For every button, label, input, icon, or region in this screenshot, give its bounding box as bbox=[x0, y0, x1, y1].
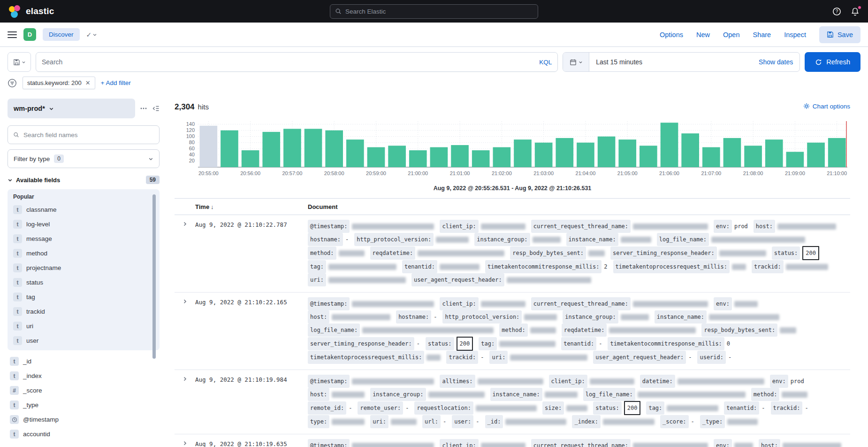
field-list-item[interactable]: tlog-level bbox=[11, 217, 156, 231]
histogram-bar[interactable] bbox=[640, 146, 657, 167]
expand-row-button[interactable] bbox=[175, 297, 195, 364]
global-search[interactable] bbox=[330, 4, 538, 19]
histogram-bar[interactable] bbox=[556, 138, 573, 167]
histogram-bar[interactable] bbox=[577, 143, 594, 167]
options-link[interactable]: Options bbox=[660, 31, 683, 39]
svg-text:21:05:00: 21:05:00 bbox=[617, 170, 638, 176]
histogram-bar[interactable] bbox=[828, 138, 846, 167]
expand-row-button[interactable] bbox=[175, 439, 195, 447]
histogram-bar[interactable] bbox=[200, 126, 218, 167]
field-list-item[interactable]: tprojectname bbox=[11, 261, 156, 275]
field-name: uri bbox=[26, 323, 33, 330]
field-list-item[interactable]: t_index bbox=[8, 369, 160, 383]
open-link[interactable]: Open bbox=[723, 31, 739, 39]
saved-query-menu-button[interactable] bbox=[8, 52, 31, 72]
histogram-bar[interactable] bbox=[493, 147, 511, 167]
field-list-item[interactable]: turi bbox=[11, 319, 156, 333]
chart-options-button[interactable]: Chart options bbox=[803, 103, 850, 110]
field-list-item[interactable]: tclassname bbox=[11, 202, 156, 217]
breadcrumb-discover[interactable]: Discover bbox=[43, 28, 80, 41]
histogram-bar[interactable] bbox=[430, 147, 448, 167]
histogram-bar[interactable] bbox=[472, 150, 490, 167]
elastic-logo[interactable]: elastic bbox=[8, 5, 54, 18]
histogram-bar[interactable] bbox=[765, 139, 783, 167]
inspect-link[interactable]: Inspect bbox=[784, 31, 806, 39]
sidebar-scrollbar[interactable] bbox=[152, 194, 156, 359]
filter-menu-icon[interactable] bbox=[8, 78, 17, 88]
space-avatar[interactable]: D bbox=[23, 28, 36, 41]
doc-table-header: Time↓ Document bbox=[175, 198, 850, 215]
histogram-bar[interactable] bbox=[367, 147, 385, 167]
sort-desc-icon[interactable]: ↓ bbox=[211, 203, 214, 210]
expand-row-button[interactable] bbox=[175, 220, 195, 286]
histogram-bar[interactable] bbox=[681, 133, 699, 167]
field-list-item[interactable]: taccountid bbox=[8, 427, 160, 441]
doc-field-value: - bbox=[480, 351, 484, 363]
query-bar: KQL Last 15 minutes Show dates Refresh bbox=[0, 47, 868, 75]
histogram-bar[interactable] bbox=[744, 146, 762, 167]
boxes-horizontal-icon[interactable] bbox=[140, 105, 147, 112]
date-quick-menu-button[interactable] bbox=[563, 53, 589, 71]
add-filter-button[interactable]: + Add filter bbox=[101, 79, 131, 86]
redacted-value bbox=[667, 405, 718, 411]
saved-search-menu[interactable]: ✓ bbox=[86, 31, 98, 39]
histogram-bar[interactable] bbox=[346, 139, 364, 167]
show-dates-button[interactable]: Show dates bbox=[759, 58, 799, 66]
kql-toggle[interactable]: KQL bbox=[534, 59, 552, 66]
menu-icon[interactable] bbox=[8, 31, 17, 38]
histogram-bar[interactable] bbox=[283, 129, 301, 167]
histogram-bar[interactable] bbox=[388, 146, 406, 167]
histogram-bar[interactable] bbox=[598, 137, 616, 167]
field-search-input[interactable] bbox=[23, 131, 154, 139]
doc-field: current_request_thread_name: bbox=[531, 220, 708, 233]
field-list-item[interactable]: tmessage bbox=[11, 231, 156, 246]
histogram-bar[interactable] bbox=[262, 132, 280, 167]
help-icon[interactable]: ? bbox=[832, 7, 841, 16]
expand-row-button[interactable] bbox=[175, 375, 195, 428]
histogram-bar[interactable] bbox=[618, 139, 636, 167]
query-input[interactable] bbox=[42, 58, 534, 66]
new-link[interactable]: New bbox=[696, 31, 710, 39]
field-list-item[interactable]: tuser bbox=[11, 333, 156, 348]
field-name: message bbox=[26, 235, 52, 242]
field-list-item[interactable]: ttrackid bbox=[11, 304, 156, 319]
field-list-item[interactable]: ttag bbox=[11, 290, 156, 304]
histogram-bar[interactable] bbox=[661, 123, 678, 167]
save-button[interactable]: Save bbox=[819, 26, 860, 43]
histogram-svg[interactable]: 2040608010012014020:55:0020:56:0020:57:0… bbox=[175, 116, 850, 183]
histogram-bar[interactable] bbox=[325, 131, 343, 167]
histogram-bar[interactable] bbox=[723, 138, 741, 167]
histogram-bar[interactable] bbox=[807, 143, 825, 167]
field-list-item[interactable]: t_type bbox=[8, 398, 160, 412]
field-list-item[interactable]: #_score bbox=[8, 383, 160, 398]
collapse-sidebar-icon[interactable] bbox=[152, 105, 160, 112]
filter-by-type-button[interactable]: Filter by type 0 bbox=[8, 149, 160, 168]
field-list-item[interactable]: tmethod bbox=[11, 246, 156, 261]
time-column-header[interactable]: Time↓ bbox=[195, 203, 308, 210]
row-document: @timestamp:alltimes:client_ip:datetime:e… bbox=[308, 375, 850, 428]
field-list-item[interactable]: @timestamp bbox=[8, 412, 160, 427]
notifications-icon[interactable] bbox=[851, 7, 860, 16]
share-link[interactable]: Share bbox=[753, 31, 771, 39]
histogram-bar[interactable] bbox=[514, 139, 532, 167]
highlighted-value: 200 bbox=[624, 401, 641, 415]
histogram-bar[interactable] bbox=[702, 147, 720, 167]
histogram-bar[interactable] bbox=[409, 150, 427, 167]
histogram-bar[interactable] bbox=[305, 129, 322, 167]
histogram-bar[interactable] bbox=[786, 152, 804, 167]
histogram-bar[interactable] bbox=[451, 145, 469, 167]
histogram-bar[interactable] bbox=[242, 150, 259, 167]
field-list-item[interactable]: tstatus bbox=[11, 275, 156, 290]
global-search-input[interactable] bbox=[345, 8, 533, 15]
popular-label: Popular bbox=[13, 193, 156, 200]
filter-pill-status[interactable]: status.keyword: 200 ✕ bbox=[23, 77, 95, 89]
field-list-item[interactable]: t_id bbox=[8, 354, 160, 369]
histogram-bar[interactable] bbox=[221, 131, 238, 167]
time-range-value[interactable]: Last 15 minutes bbox=[589, 58, 642, 66]
histogram-bar[interactable] bbox=[535, 143, 553, 167]
available-fields-header[interactable]: Available fields 59 bbox=[8, 176, 160, 184]
refresh-button[interactable]: Refresh bbox=[805, 52, 860, 72]
remove-filter-icon[interactable]: ✕ bbox=[85, 79, 91, 86]
index-pattern-switcher[interactable]: wm-prod* bbox=[8, 99, 135, 118]
number-field-icon: # bbox=[10, 386, 19, 395]
